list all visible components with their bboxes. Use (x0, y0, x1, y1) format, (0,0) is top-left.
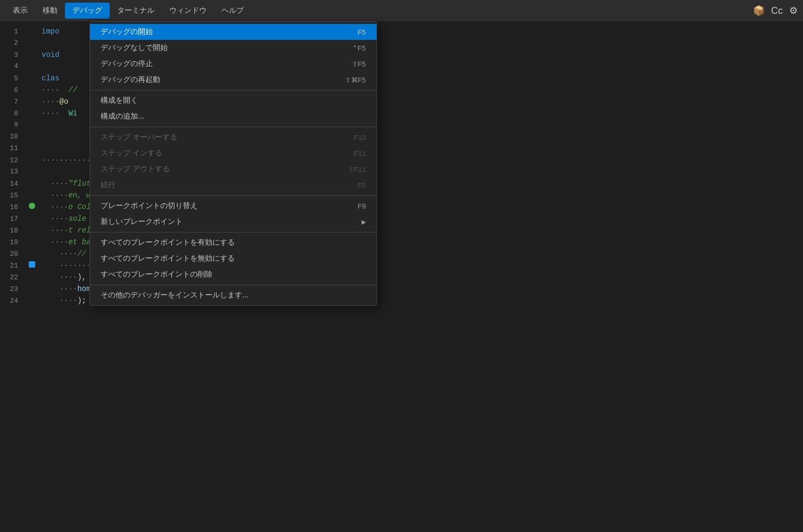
breakpoint-green-16[interactable] (29, 203, 35, 209)
menu-window[interactable]: ウィンドウ (162, 3, 214, 19)
line-num-16: 16 (0, 202, 27, 213)
menu-item-step-in-label: ステップ インする (101, 148, 343, 158)
menu-item-new-breakpoint-label: 新しいブレークポイント (101, 217, 362, 227)
line-num-21: 21 (0, 260, 27, 272)
line-num-10: 10 (0, 131, 27, 143)
gutter-16 (27, 203, 37, 209)
menu-item-toggle-breakpoint-shortcut: F9 (358, 202, 366, 210)
menu-item-continue-shortcut: F5 (358, 181, 366, 189)
menu-item-restart-debug-shortcut: ⇧⌘F5 (345, 76, 366, 84)
menu-item-toggle-breakpoint-label: ブレークポイントの切り替え (101, 201, 347, 211)
line-num-8: 8 (0, 108, 27, 120)
separator-3 (90, 195, 376, 196)
line-num-14: 14 (0, 178, 27, 190)
menu-item-new-breakpoint[interactable]: 新しいブレークポイント ▶ (90, 214, 376, 230)
line-num-6: 6 (0, 85, 27, 96)
menu-bar-right-icons: 📦 Cc ⚙ (753, 5, 798, 16)
menu-item-start-debug-shortcut: F5 (358, 28, 366, 36)
menu-item-step-over-label: ステップ オーバーする (101, 132, 343, 142)
menu-help[interactable]: ヘルプ (214, 3, 251, 19)
menu-item-enable-all-bp-label: すべてのブレークポイントを有効にする (101, 238, 366, 247)
menu-terminal[interactable]: ターミナル (110, 3, 162, 19)
line-num-13: 13 (0, 166, 27, 178)
menu-item-start-debug-label: デバッグの開始 (101, 27, 347, 37)
menu-item-step-out-shortcut: ⇧F11 (348, 165, 366, 173)
line-num-9: 9 (0, 119, 27, 131)
menu-item-step-over: ステップ オーバーする F10 (90, 129, 376, 145)
menu-item-stop-debug-shortcut: ⇧F5 (352, 60, 366, 68)
breakpoint-blue-21[interactable] (29, 261, 35, 268)
menu-item-open-config-label: 構成を開く (101, 96, 355, 105)
menu-item-start-no-debug-shortcut: ⌃F5 (352, 44, 366, 52)
menu-item-install-debugger[interactable]: その他のデバッガーをインストールします... (90, 287, 376, 303)
line-num-23: 23 (0, 284, 27, 295)
menu-bar: 表示 移動 デバッグ ターミナル ウィンドウ ヘルプ 📦 Cc ⚙ (0, 0, 803, 21)
line-num-4: 4 (0, 61, 27, 72)
line-num-20: 20 (0, 248, 27, 260)
separator-5 (90, 285, 376, 285)
menu-item-install-debugger-label: その他のデバッガーをインストールします... (101, 290, 366, 300)
debug-dropdown-menu: デバッグの開始 F5 デバッグなしで開始 ⌃F5 デバッグの停止 ⇧F5 デバッ… (89, 21, 377, 306)
menu-item-continue-label: 続行 (101, 180, 347, 190)
menu-item-start-no-debug-label: デバッグなしで開始 (101, 43, 341, 53)
line-num-12: 12 (0, 155, 27, 167)
settings-icon[interactable]: ⚙ (789, 5, 798, 16)
menu-move[interactable]: 移動 (35, 3, 65, 19)
gutter-21 (27, 261, 37, 268)
menu-item-stop-debug[interactable]: デバッグの停止 ⇧F5 (90, 56, 376, 72)
line-num-24: 24 (0, 295, 27, 307)
menu-item-toggle-breakpoint[interactable]: ブレークポイントの切り替え F9 (90, 198, 376, 214)
line-num-5: 5 (0, 73, 27, 85)
separator-1 (90, 90, 376, 90)
menu-item-disable-all-bp[interactable]: すべてのブレークポイントを無効にする (90, 251, 376, 267)
dropbox-icon[interactable]: 📦 (753, 5, 765, 16)
line-num-18: 18 (0, 225, 27, 237)
menu-item-continue: 続行 F5 (90, 177, 376, 193)
line-num-22: 22 (0, 272, 27, 284)
submenu-arrow-icon: ▶ (362, 219, 366, 226)
line-num-11: 11 (0, 143, 27, 154)
menu-debug[interactable]: デバッグ (65, 3, 110, 19)
menu-item-delete-all-bp-label: すべてのブレークポイントの削除 (101, 270, 366, 279)
line-num-7: 7 (0, 96, 27, 108)
menu-item-restart-debug-label: デバッグの再起動 (101, 75, 334, 85)
menu-item-restart-debug[interactable]: デバッグの再起動 ⇧⌘F5 (90, 72, 376, 88)
menu-item-disable-all-bp-label: すべてのブレークポイントを無効にする (101, 254, 366, 263)
menu-item-step-out: ステップ アウトする ⇧F11 (90, 161, 376, 177)
menu-item-step-out-label: ステップ アウトする (101, 164, 338, 174)
menu-item-start-debug[interactable]: デバッグの開始 F5 (90, 24, 376, 40)
menu-item-add-config-label: 構成の追加... (101, 112, 355, 121)
menu-item-enable-all-bp[interactable]: すべてのブレークポイントを有効にする (90, 235, 376, 251)
menu-view[interactable]: 表示 (5, 3, 35, 19)
menu-item-step-in: ステップ インする F11 (90, 145, 376, 161)
menu-item-delete-all-bp[interactable]: すべてのブレークポイントの削除 (90, 267, 376, 282)
menu-item-start-no-debug[interactable]: デバッグなしで開始 ⌃F5 (90, 40, 376, 56)
line-num-17: 17 (0, 213, 27, 225)
menu-item-step-in-shortcut: F11 (354, 149, 366, 157)
menu-item-stop-debug-label: デバッグの停止 (101, 59, 341, 69)
separator-2 (90, 127, 376, 127)
menu-item-add-config[interactable]: 構成の追加... (90, 109, 376, 124)
adobe-icon[interactable]: Cc (771, 5, 783, 16)
line-num-2: 2 (0, 37, 27, 49)
line-num-1: 1 (0, 26, 27, 38)
menu-item-step-over-shortcut: F10 (354, 134, 366, 142)
line-num-15: 15 (0, 190, 27, 202)
line-num-19: 19 (0, 237, 27, 248)
menu-item-open-config[interactable]: 構成を開く (90, 93, 376, 109)
separator-4 (90, 232, 376, 232)
line-num-3: 3 (0, 49, 27, 61)
